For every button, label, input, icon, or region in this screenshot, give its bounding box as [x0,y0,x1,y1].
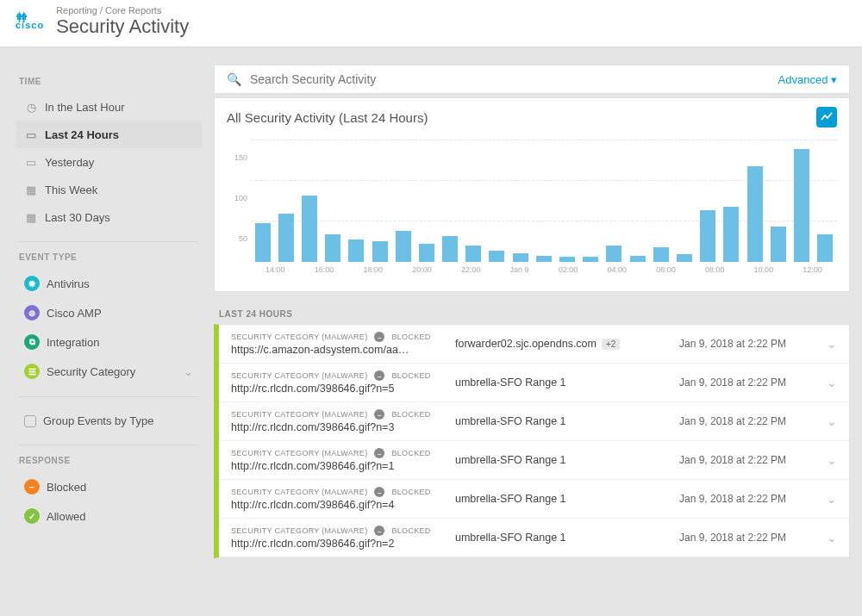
response-allowed[interactable]: ✓Allowed [16,501,202,531]
chart-bar[interactable] [465,246,481,262]
event-identity: umbrella-SFO Range 1 [455,415,566,427]
chart-panel: All Security Activity (Last 24 Hours) 14… [214,97,850,292]
event-time: Jan 9, 2018 at 2:22 PM [679,376,817,389]
group-events-toggle[interactable]: Group Events by Type [16,408,202,434]
filter-antivirus[interactable]: ✹Antivirus [16,269,202,298]
blocked-icon: – [374,332,384,342]
blocked-icon: − [24,479,40,495]
amp-icon: ⊜ [24,305,40,320]
chevron-down-icon[interactable]: ⌄ [827,414,837,428]
chart-bar[interactable] [559,257,575,262]
event-status: BLOCKED [391,371,430,380]
event-status: BLOCKED [391,449,430,457]
sidebar-section-event-type: EVENT TYPE [19,252,202,262]
event-time: Jan 9, 2018 at 2:22 PM [679,415,817,427]
event-row[interactable]: SECURITY CATEGORY (MALWARE)–BLOCKEDhttps… [219,325,849,364]
chart-bar[interactable] [817,234,833,262]
event-url: http://rc.rlcdn.com/398646.gif?n=5 [231,383,455,395]
filter-integration[interactable]: ⧉Integration [16,327,202,357]
event-row[interactable]: SECURITY CATEGORY (MALWARE)–BLOCKEDhttp:… [219,519,849,557]
time-yesterday[interactable]: ▭Yesterday [16,148,202,176]
chart-bar[interactable] [489,251,504,262]
event-row[interactable]: SECURITY CATEGORY (MALWARE)–BLOCKEDhttp:… [219,480,849,519]
event-status: BLOCKED [391,526,430,535]
search-icon: 🔍 [227,72,241,86]
events-section-title: LAST 24 HOURS [219,309,850,319]
event-url: https://c.amazon-adsystem.com/aa… [231,344,455,356]
event-url: http://rc.rlcdn.com/398646.gif?n=2 [231,538,455,550]
time-last-hour[interactable]: ◷In the Last Hour [16,93,202,121]
blocked-icon: – [374,409,384,420]
event-identity: umbrella-SFO Range 1 [455,376,566,389]
chart-bar[interactable] [583,257,598,262]
chart-line-icon [821,111,833,123]
event-time: Jan 9, 2018 at 2:22 PM [679,454,817,466]
response-blocked[interactable]: −Blocked [16,472,202,501]
allowed-icon: ✓ [24,508,40,524]
search-input[interactable] [250,72,778,86]
blocked-icon: – [374,526,384,536]
chart-bar[interactable] [302,196,317,262]
chart-bar[interactable] [513,253,528,262]
chart-bar[interactable] [419,244,434,262]
chart-bar[interactable] [372,241,388,262]
advanced-link[interactable]: Advanced ▾ [778,73,837,86]
chart-bar[interactable] [677,254,692,262]
chevron-down-icon[interactable]: ⌄ [827,531,837,544]
bug-icon: ✹ [24,276,40,291]
event-category: SECURITY CATEGORY (MALWARE) [231,449,367,457]
chart-bar[interactable] [723,207,739,262]
time-last-24-hours[interactable]: ▭Last 24 Hours [16,121,202,148]
chevron-down-icon[interactable]: ⌄ [827,453,837,467]
event-time: Jan 9, 2018 at 2:22 PM [679,493,817,505]
chart-area: 14:0016:0018:0020:0022:00Jan 902:0004:00… [227,133,837,288]
event-row[interactable]: SECURITY CATEGORY (MALWARE)–BLOCKEDhttp:… [219,364,849,402]
chart-bar[interactable] [255,223,271,262]
chart-bar[interactable] [325,234,340,262]
clock-icon: ◷ [24,100,38,114]
event-status: BLOCKED [391,488,430,496]
chart-bar[interactable] [700,210,715,262]
sidebar: TIME ◷In the Last Hour ▭Last 24 Hours ▭Y… [0,47,207,616]
event-identity: umbrella-SFO Range 1 [455,493,566,505]
chart-bar[interactable] [606,246,622,262]
event-identity: umbrella-SFO Range 1 [455,454,566,466]
filter-security-category[interactable]: ☰Security Category⌄ [16,357,202,386]
page-header: ·ı|ı·ı|ı· cisco Reporting / Core Reports… [0,0,862,47]
time-this-week[interactable]: ▦This Week [16,176,202,203]
identity-count-badge: +2 [602,339,620,350]
event-identity: umbrella-SFO Range 1 [455,532,566,544]
search-bar: 🔍 Advanced ▾ [214,65,850,94]
blocked-icon: – [374,370,384,381]
chevron-down-icon[interactable]: ⌄ [827,492,837,506]
main-content: 🔍 Advanced ▾ All Security Activity (Last… [207,47,862,616]
time-last-30-days[interactable]: ▦Last 30 Days [16,203,202,231]
chart-bar[interactable] [653,247,669,262]
event-url: http://rc.rlcdn.com/398646.gif?n=3 [231,421,455,433]
chart-bar[interactable] [278,214,294,262]
chart-type-button[interactable] [816,107,837,128]
event-url: http://rc.rlcdn.com/398646.gif?n=1 [231,460,455,472]
chart-bar[interactable] [396,231,411,262]
code-icon: ⧉ [24,334,40,350]
calendar-icon: ▭ [24,155,38,169]
event-row[interactable]: SECURITY CATEGORY (MALWARE)–BLOCKEDhttp:… [219,402,849,441]
chart-bar[interactable] [794,149,809,262]
chevron-down-icon[interactable]: ⌄ [827,337,837,351]
chart-bar[interactable] [771,227,786,262]
breadcrumb[interactable]: Reporting / Core Reports [56,5,189,16]
chart-bar[interactable] [348,240,364,262]
chart-bar[interactable] [536,256,552,263]
events-panel: SECURITY CATEGORY (MALWARE)–BLOCKEDhttps… [214,324,850,558]
blocked-icon: – [374,448,384,458]
chart-bar[interactable] [630,256,646,263]
event-row[interactable]: SECURITY CATEGORY (MALWARE)–BLOCKEDhttp:… [219,441,849,480]
tag-icon: ☰ [24,364,40,379]
event-status: BLOCKED [391,333,430,341]
chart-bar[interactable] [747,166,763,262]
chart-bar[interactable] [442,236,458,262]
filter-cisco-amp[interactable]: ⊜Cisco AMP [16,298,202,327]
calendar-icon: ▦ [24,210,38,224]
checkbox-icon [24,415,36,427]
chevron-down-icon[interactable]: ⌄ [827,376,837,389]
